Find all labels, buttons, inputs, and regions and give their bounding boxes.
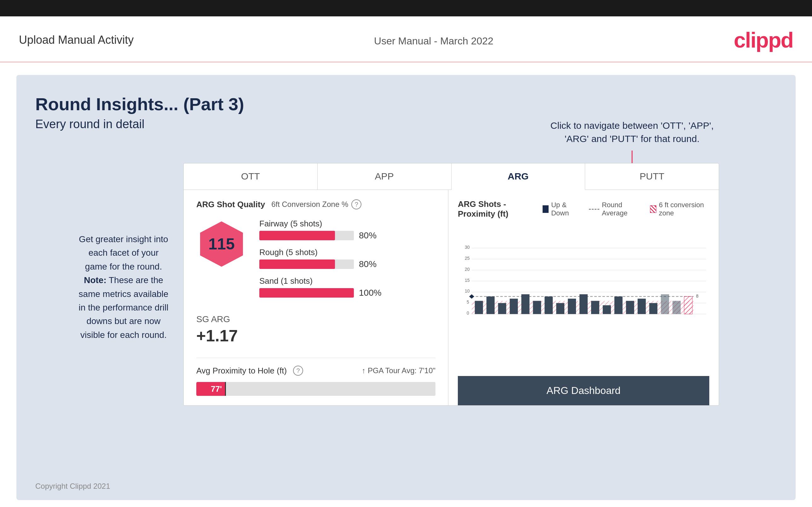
footer: Copyright Clippd 2021 <box>35 482 110 491</box>
bar-row-sand: 100% <box>259 288 436 298</box>
tabs-row: OTT APP ARG PUTT <box>184 163 719 190</box>
shot-quality-list: Fairway (5 shots) 80% Rough (5 shots) <box>259 219 436 305</box>
svg-rect-35 <box>603 305 611 314</box>
proximity-header: Avg Proximity to Hole (ft) ? ↑ PGA Tour … <box>196 365 436 376</box>
legend-conversion: 6 ft conversion zone <box>650 201 709 217</box>
svg-rect-42 <box>684 296 692 314</box>
svg-rect-36 <box>614 296 623 314</box>
panel-body: ARG Shot Quality 6ft Conversion Zone % ?… <box>184 190 719 405</box>
svg-rect-41 <box>672 301 680 314</box>
shot-row-rough: Rough (5 shots) 80% <box>259 247 436 269</box>
svg-text:10: 10 <box>465 288 470 293</box>
legend-up-down-label: Up & Down <box>551 201 579 217</box>
legend: Up & Down Round Average 6 ft conversion … <box>543 201 709 217</box>
tab-arg[interactable]: ARG <box>452 163 586 190</box>
annotation-line2: 'ARG' and 'PUTT' for that round. <box>551 132 714 146</box>
bar-outer-fairway <box>259 231 354 240</box>
upload-title: Upload Manual Activity <box>19 34 134 47</box>
legend-dashed-icon <box>589 209 599 210</box>
svg-rect-24 <box>475 301 483 314</box>
tab-putt[interactable]: PUTT <box>585 163 719 189</box>
proximity-help-icon[interactable]: ? <box>293 365 303 376</box>
legend-conversion-label: 6 ft conversion zone <box>659 201 709 217</box>
svg-rect-29 <box>533 301 541 314</box>
svg-rect-30 <box>545 296 553 314</box>
svg-text:25: 25 <box>465 256 470 261</box>
proximity-section: Avg Proximity to Hole (ft) ? ↑ PGA Tour … <box>196 358 436 396</box>
svg-rect-31 <box>556 303 564 314</box>
svg-rect-26 <box>498 303 506 314</box>
main-content-inner: Round Insights... (Part 3) Every round i… <box>35 94 777 472</box>
legend-hatched-icon <box>650 205 656 213</box>
proximity-bar-fill: 77' <box>196 382 225 396</box>
header: Upload Manual Activity User Manual - Mar… <box>0 16 812 62</box>
arg-dashboard-btn[interactable]: ARG Dashboard <box>458 376 709 405</box>
shot-label-rough: Rough (5 shots) <box>259 247 436 257</box>
svg-text:30: 30 <box>465 245 470 250</box>
shot-row-sand: Sand (1 shots) 100% <box>259 276 436 298</box>
bar-row-rough: 80% <box>259 259 436 269</box>
proximity-label: Avg Proximity to Hole (ft) ? <box>196 365 303 376</box>
right-panel: ARG Shots - Proximity (ft) Up & Down Rou… <box>448 190 719 405</box>
right-panel-title: ARG Shots - Proximity (ft) <box>458 199 543 219</box>
sg-value: +1.17 <box>196 326 436 345</box>
hexagon-score: 115 <box>196 219 247 269</box>
svg-text:20: 20 <box>465 267 470 272</box>
shot-label-sand: Sand (1 shots) <box>259 276 436 286</box>
desc-line1: Get greater insight intoeach facet of yo… <box>79 234 168 272</box>
section-sublabel: 6ft Conversion Zone % <box>271 200 348 209</box>
svg-text:15: 15 <box>465 278 470 283</box>
clippd-logo: clippd <box>734 28 793 52</box>
main-content: Round Insights... (Part 3) Every round i… <box>16 75 796 500</box>
heading: Round Insights... (Part 3) <box>35 94 777 114</box>
hexagon-container: 115 Fairway (5 shots) 80% <box>196 219 436 305</box>
svg-rect-25 <box>487 296 495 314</box>
header-left: Upload Manual Activity <box>19 34 134 47</box>
svg-rect-28 <box>521 294 529 314</box>
bar-outer-sand <box>259 288 354 297</box>
svg-text:5: 5 <box>467 299 469 304</box>
svg-rect-37 <box>626 301 634 314</box>
top-bar <box>0 0 812 16</box>
svg-text:0: 0 <box>467 311 469 316</box>
desc-note-bold: Note: <box>84 275 106 285</box>
svg-rect-27 <box>510 298 518 314</box>
help-icon[interactable]: ? <box>351 199 361 210</box>
description-box: Get greater insight intoeach facet of yo… <box>54 232 193 342</box>
bar-fill-sand <box>259 288 354 297</box>
shot-label-fairway: Fairway (5 shots) <box>259 219 436 229</box>
tab-app[interactable]: APP <box>318 163 452 189</box>
bar-outer-rough <box>259 260 354 269</box>
section-label: ARG Shot Quality <box>196 200 265 210</box>
pga-avg: ↑ PGA Tour Avg: 7'10" <box>362 366 436 375</box>
shot-row-fairway: Fairway (5 shots) 80% <box>259 219 436 240</box>
dashboard-panel: OTT APP ARG PUTT ARG Shot Quality 6ft Co… <box>184 163 719 406</box>
legend-round-avg-label: Round Average <box>602 201 641 217</box>
proximity-cursor <box>225 382 226 396</box>
bar-percent-rough: 80% <box>359 259 384 269</box>
sg-section: SG ARG +1.17 <box>196 314 436 345</box>
svg-rect-33 <box>579 294 588 314</box>
bar-row-fairway: 80% <box>259 230 436 240</box>
svg-rect-32 <box>568 298 576 314</box>
legend-round-avg: Round Average <box>589 201 641 217</box>
panel-header-row: ARG Shot Quality 6ft Conversion Zone % ? <box>196 199 436 210</box>
hex-score-value: 115 <box>208 235 235 253</box>
sg-label: SG ARG <box>196 314 436 324</box>
tab-ott[interactable]: OTT <box>184 163 318 189</box>
svg-text:8: 8 <box>696 293 699 298</box>
proximity-label-text: Avg Proximity to Hole (ft) <box>196 366 287 376</box>
proximity-bar-outer: 77' <box>196 382 436 396</box>
svg-rect-40 <box>661 294 669 314</box>
svg-rect-39 <box>649 303 657 314</box>
left-panel: ARG Shot Quality 6ft Conversion Zone % ?… <box>184 190 448 405</box>
legend-up-down: Up & Down <box>543 201 580 217</box>
bar-percent-fairway: 80% <box>359 230 384 240</box>
right-panel-header: ARG Shots - Proximity (ft) Up & Down Rou… <box>458 199 709 219</box>
svg-marker-20 <box>469 294 474 298</box>
copyright-text: Copyright Clippd 2021 <box>35 482 110 490</box>
legend-square-icon <box>543 205 549 213</box>
bar-fill-rough <box>259 260 335 269</box>
proximity-bar-value: 77' <box>211 384 222 394</box>
chart-area: 0 5 10 15 20 25 30 <box>458 225 709 370</box>
